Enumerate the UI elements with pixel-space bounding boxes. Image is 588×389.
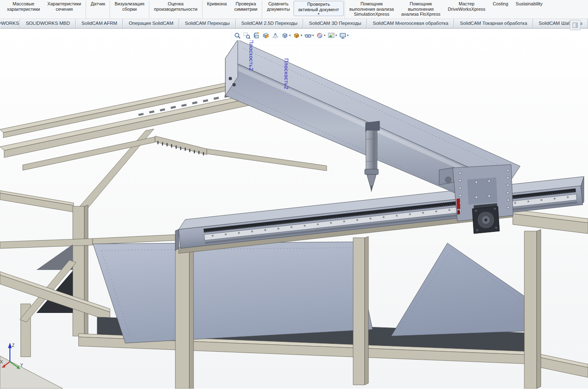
ribbon-label: Датчик (91, 1, 105, 7)
zoom-to-area-button[interactable] (243, 31, 251, 40)
ribbon-item-curvature[interactable]: Кривизна (203, 1, 231, 7)
right-chute-sheet[interactable] (391, 243, 540, 336)
hide-show-items-button[interactable]: ▾ (304, 31, 314, 40)
triad-x-label: X (0, 360, 3, 364)
ribbon-item-floxpress-wizard[interactable]: Помощник выполнения анализа FloXpress (397, 1, 444, 17)
triad-y-label: Y (20, 363, 23, 368)
ribbon-separator (262, 1, 262, 18)
ribbon-label: Проверить (298, 2, 339, 7)
ribbon-label: симметрии (234, 7, 257, 12)
hide-show-items-icon (304, 32, 312, 39)
previous-view-icon (253, 32, 260, 39)
dynamic-annotation-views-icon: A (272, 32, 279, 39)
chevron-down-icon: ▾ (347, 33, 349, 37)
ribbon-label: Характеристики (48, 1, 81, 7)
apply-scene-icon (327, 32, 335, 39)
plane-label[interactable]: Плоскость2 (283, 58, 289, 89)
ribbon-label: выполнения (401, 7, 440, 12)
ribbon-item-sustainability[interactable]: Sustainability (512, 1, 546, 7)
zoom-to-area-icon (243, 32, 251, 39)
edit-appearance-icon (316, 32, 323, 39)
ribbon-label: Costing (493, 1, 508, 7)
ribbon-item-assembly-visualization[interactable]: Визуализация сборки (111, 1, 148, 12)
limit-switch (457, 198, 460, 209)
ribbon-label: Оценка (154, 1, 197, 7)
task-pane-toggle[interactable] (570, 20, 581, 30)
ribbon-label: Сравнить (267, 1, 290, 7)
ribbon-item-costing[interactable]: Costing (489, 1, 512, 7)
sheet-metal-panels[interactable] (93, 242, 540, 343)
stepper-motor[interactable] (472, 206, 500, 234)
ribbon-label: Массовые (7, 1, 40, 7)
ribbon-label: анализа FloXpress (401, 12, 440, 17)
display-style-button[interactable]: ▾ (292, 31, 303, 40)
ribbon-label: SimulationXpress (349, 12, 394, 17)
graphics-area[interactable]: Плоскость2 Плоскость2 Z X Y A ▾ (0, 29, 588, 389)
torch-tip (370, 186, 373, 192)
ribbon-label: характеристики (7, 7, 40, 12)
ribbon-item-performance-evaluation[interactable]: Оценка производительности (150, 1, 201, 12)
ribbon-label: активный документ (298, 7, 339, 12)
chevron-down-icon: ▾ (298, 12, 339, 16)
tab-solidcam-3d[interactable]: SolidCAM 3D Переходы (303, 19, 367, 28)
tab-solidcam-25d[interactable]: SolidCAM 2.5D Переходы (236, 19, 304, 28)
chevron-down-icon: ▾ (301, 33, 302, 37)
ribbon-label: Визуализация (115, 1, 144, 7)
task-pane-icon (572, 22, 578, 29)
ribbon-label: Помощник (401, 1, 440, 7)
chevron-down-icon: ▾ (335, 33, 337, 37)
view-orientation-icon (281, 32, 289, 39)
zoom-to-fit-icon (234, 32, 241, 39)
ribbon-label: Проверка (234, 1, 257, 7)
tab-solidcam-multiaxis[interactable]: SolidCAM Многоосевая обработка (367, 19, 454, 28)
dynamic-annotation-views-button[interactable]: A (271, 31, 280, 40)
tab-solidworks-mbd[interactable]: SOLIDWORKS MBD (20, 19, 76, 28)
edit-appearance-button[interactable]: ▾ (316, 31, 326, 40)
ribbon-item-check-active-document[interactable]: Проверить активный документ ▾ (294, 1, 344, 16)
chevron-down-icon: ▾ (324, 33, 325, 37)
tab-solidcam-afrm[interactable]: SolidCAM AFRM (76, 19, 123, 28)
3d-viewport[interactable]: Плоскость2 Плоскость2 Z X Y (0, 29, 588, 389)
chevron-down-icon: ▾ (289, 33, 291, 37)
ribbon-item-driveworksxpress-wizard[interactable]: Мастер DriveWorksXpress (444, 1, 489, 12)
view-orientation-button[interactable]: ▾ (281, 31, 291, 40)
ribbon-item-symmetry-check[interactable]: Проверка симметрии (230, 1, 261, 12)
display-style-icon (293, 32, 300, 39)
heads-up-toolbar: A ▾ ▾ ▾ ▾ ▾ ▾ (230, 30, 352, 41)
plane-label[interactable]: Плоскость2 (248, 40, 254, 71)
tab-solidworks[interactable]: SOLIDWORKS (0, 19, 20, 28)
chevron-down-icon: ▾ (312, 33, 314, 37)
ribbon-label: DriveWorksXpress (448, 7, 485, 12)
ribbon-separator (110, 1, 110, 18)
roller (445, 177, 451, 183)
ribbon-evaluate-tab: Массовые характеристики Характеристики с… (0, 0, 588, 19)
tab-solidcam-turning[interactable]: SolidCAM Токарная обработка (454, 19, 533, 28)
apply-scene-button[interactable]: ▾ (327, 31, 337, 40)
ribbon-label: Помощник (349, 1, 394, 7)
ribbon-item-sensor[interactable]: Датчик (87, 1, 109, 7)
ribbon-label: документы (267, 7, 290, 12)
zoom-to-fit-button[interactable] (233, 31, 241, 40)
command-manager-tabbar: SOLIDWORKS SOLIDWORKS MBD SolidCAM AFRM … (0, 19, 588, 29)
section-view-button[interactable] (262, 31, 270, 40)
ribbon-label: Sustainability (516, 1, 543, 7)
section-view-icon (262, 32, 270, 39)
ribbon-separator (202, 1, 203, 18)
ribbon-separator (149, 1, 149, 18)
left-chute-sheet[interactable] (93, 242, 373, 343)
ribbon-item-simulationxpress-wizard[interactable]: Помощник выполнения анализа SimulationXp… (346, 1, 397, 17)
ribbon-label: выполнения анализа (349, 7, 394, 12)
ribbon-label: Кривизна (207, 1, 227, 7)
tab-solidcam-transitions[interactable]: SolidCAM Переходы (179, 19, 235, 28)
view-settings-button[interactable]: ▾ (339, 31, 349, 40)
ribbon-item-compare-documents[interactable]: Сравнить документы (263, 1, 294, 12)
ribbon-label: сечения (48, 7, 81, 12)
ribbon-item-mass-properties[interactable]: Массовые характеристики (3, 1, 44, 12)
tab-solidcam-operation[interactable]: Операция SolidCAM (123, 19, 179, 28)
ribbon-label: производительности (154, 7, 197, 12)
triad-z-label: Z (12, 343, 14, 348)
ribbon-item-section-properties[interactable]: Характеристики сечения (44, 1, 85, 12)
svg-text:A: A (274, 32, 277, 36)
view-settings-icon (339, 32, 347, 39)
previous-view-button[interactable] (252, 31, 261, 40)
